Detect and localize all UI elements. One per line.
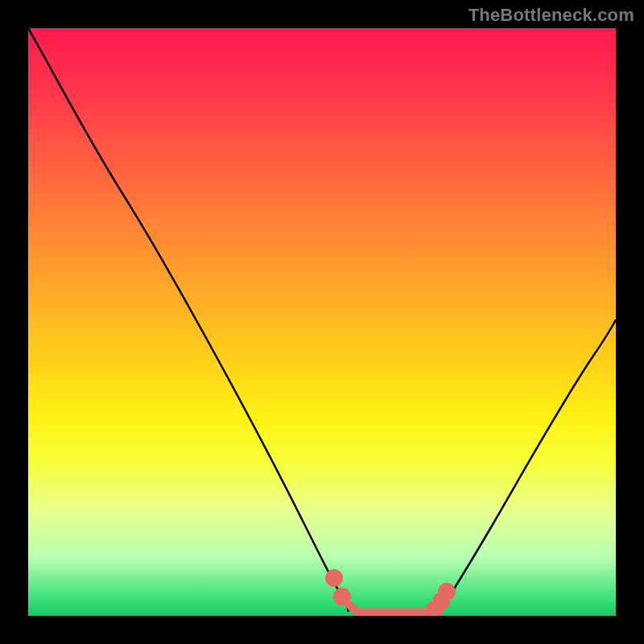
gradient-plot-area <box>28 28 616 616</box>
curve-layer <box>28 28 616 616</box>
right-curve <box>440 320 616 612</box>
svg-point-6 <box>442 587 452 597</box>
svg-point-1 <box>337 592 347 601</box>
left-curve <box>28 28 349 612</box>
chart-frame: TheBottleneck.com <box>0 0 644 644</box>
highlight-markers <box>329 573 452 614</box>
svg-point-0 <box>329 573 339 583</box>
watermark-text: TheBottleneck.com <box>469 5 634 26</box>
